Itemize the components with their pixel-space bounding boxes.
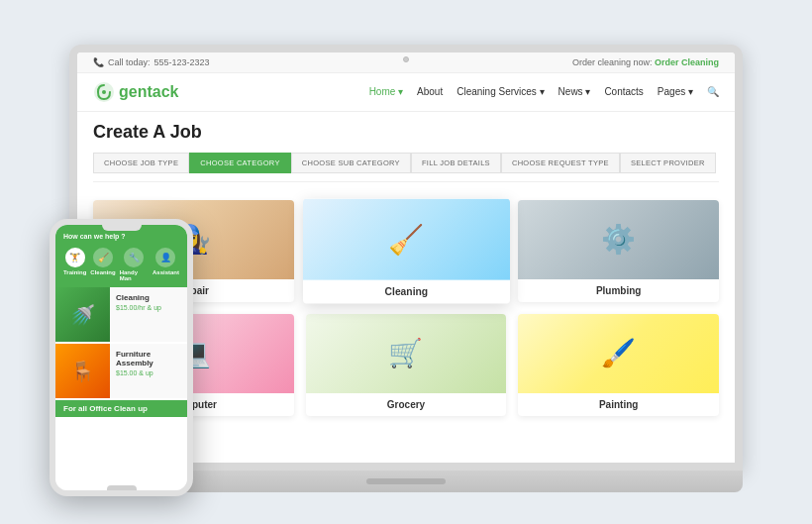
search-icon[interactable]: 🔍 (707, 86, 719, 97)
handyman-icon: 🔧 (124, 248, 144, 267)
handyman-label: Handy Man (120, 269, 149, 281)
nav-news[interactable]: News ▾ (558, 86, 591, 97)
furniture-list-img: 🪑 (55, 344, 110, 398)
phone-icon: 📞 (93, 57, 104, 67)
svg-point-1 (102, 90, 106, 94)
site-hero: Create A Job CHOOSE JOB TYPE CHOOSE CATE… (77, 112, 735, 200)
phone-topbar: How can we help ? 🏋️ Training 🧹 Cleaning… (55, 225, 187, 287)
step-provider[interactable]: SELECT PROVIDER (620, 153, 716, 173)
grocery-label: Grocery (306, 393, 507, 416)
assistant-label: Assistant (152, 269, 179, 275)
laptop-camera (403, 56, 409, 62)
phone-label: Call today: (108, 57, 151, 67)
furniture-list-info: Furniture Assembly $15.00 & up (110, 344, 187, 398)
nav-cleaning[interactable]: Cleaning Services ▾ (457, 86, 544, 97)
cleaning-list-price: $15.00/hr & up (116, 304, 161, 311)
phone-greeting: How can we help ? (63, 233, 179, 240)
grocery-img (306, 314, 507, 393)
cleaning-list-img: 🚿 (55, 287, 110, 342)
phone-list-item-cleaning[interactable]: 🚿 Cleaning $15.00/hr & up (55, 287, 187, 342)
furniture-list-title: Furniture Assembly (116, 350, 181, 367)
site-logo: gentack (93, 81, 178, 103)
logo-text: gentack (119, 83, 178, 101)
phone-cat-handyman[interactable]: 🔧 Handy Man (120, 248, 149, 281)
cleaning-icon: 🧹 (93, 248, 113, 267)
phone-cat-training[interactable]: 🏋️ Training (63, 248, 86, 281)
category-plumbing[interactable]: Plumbing (518, 200, 719, 302)
nav-links: Home ▾ About Cleaning Services ▾ News ▾ … (369, 86, 719, 97)
order-link[interactable]: Order Cleaning (655, 57, 719, 67)
step-request-type[interactable]: CHOOSE REQUEST TYPE (501, 153, 620, 173)
phone-number: 555-123-2323 (154, 57, 210, 67)
training-label: Training (63, 269, 86, 275)
phone-info: 📞 Call today: 555-123-2323 (93, 57, 210, 67)
logo-icon (93, 81, 115, 103)
grocery-visual (306, 314, 507, 393)
scene: 📞 Call today: 555-123-2323 Order cleanin… (0, 0, 812, 524)
assistant-icon: 👤 (155, 248, 175, 267)
phone-cat-cleaning[interactable]: 🧹 Cleaning (90, 248, 115, 281)
plumbing-img (518, 200, 719, 279)
phone-frame: How can we help ? 🏋️ Training 🧹 Cleaning… (50, 219, 193, 496)
site-nav: gentack Home ▾ About Cleaning Services ▾… (77, 73, 735, 112)
logo-tack: tack (147, 83, 178, 100)
page-title: Create A Job (93, 122, 719, 143)
training-icon: 🏋️ (65, 248, 85, 267)
phone-cleaning-label: Cleaning (90, 269, 115, 275)
phone-home-button[interactable] (107, 485, 137, 493)
nav-contacts[interactable]: Contacts (604, 86, 643, 97)
nav-pages[interactable]: Pages ▾ (658, 86, 693, 97)
phone-cat-assistant[interactable]: 👤 Assistant (152, 248, 179, 281)
category-painting[interactable]: Painting (518, 314, 719, 416)
cleaning-img (303, 198, 510, 279)
phone-list-item-furniture[interactable]: 🪑 Furniture Assembly $15.00 & up (55, 344, 187, 398)
logo-gen: gen (119, 83, 147, 100)
cleaning-list-title: Cleaning (116, 293, 161, 302)
step-sub-category[interactable]: CHOOSE SUB CATEGORY (291, 153, 411, 173)
nav-about[interactable]: About (417, 86, 443, 97)
step-job-type[interactable]: CHOOSE JOB TYPE (93, 153, 189, 173)
cleaning-visual (303, 198, 510, 279)
steps-bar: CHOOSE JOB TYPE CHOOSE CATEGORY CHOOSE S… (93, 153, 719, 182)
phone-list: 🚿 Cleaning $15.00/hr & up 🪑 Furniture As… (55, 287, 187, 417)
step-job-details[interactable]: FILL JOB DETAILS (411, 153, 501, 173)
step-category[interactable]: CHOOSE CATEGORY (189, 153, 291, 173)
order-info: Order cleaning now: Order Cleaning (572, 57, 719, 67)
furniture-list-price: $15.00 & up (116, 369, 181, 376)
painting-img (518, 314, 719, 393)
phone-device: How can we help ? 🏋️ Training 🧹 Cleaning… (50, 219, 193, 496)
category-cleaning[interactable]: Cleaning (303, 198, 510, 303)
painting-label: Painting (518, 393, 719, 416)
cleaning-list-info: Cleaning $15.00/hr & up (110, 287, 167, 342)
category-grocery[interactable]: Grocery (306, 314, 507, 416)
nav-home[interactable]: Home ▾ (369, 86, 403, 97)
plumbing-visual (518, 200, 719, 279)
phone-screen: How can we help ? 🏋️ Training 🧹 Cleaning… (55, 225, 187, 490)
phone-banner: For all Office Clean up (55, 400, 187, 417)
plumbing-label: Plumbing (518, 279, 719, 302)
phone-notch (102, 225, 142, 231)
order-label: Order cleaning now: (572, 57, 653, 67)
phone-category-list: 🏋️ Training 🧹 Cleaning 🔧 Handy Man (63, 244, 179, 283)
cleaning-label: Cleaning (303, 279, 510, 303)
painting-visual (518, 314, 719, 393)
